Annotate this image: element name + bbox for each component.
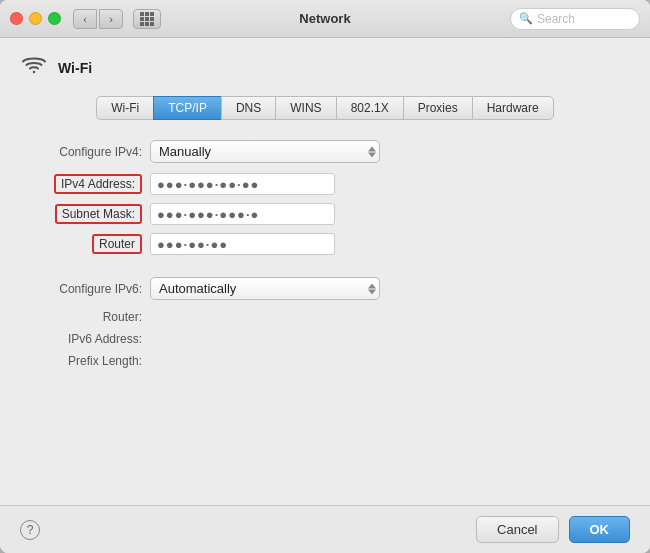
grid-icon — [140, 12, 154, 26]
cancel-button[interactable]: Cancel — [476, 516, 558, 543]
tab-tcpip[interactable]: TCP/IP — [153, 96, 221, 120]
search-icon: 🔍 — [519, 12, 533, 25]
forward-button[interactable]: › — [99, 9, 123, 29]
ok-button[interactable]: OK — [569, 516, 631, 543]
router-row: Router — [20, 233, 630, 255]
main-content: Wi-Fi Wi-Fi TCP/IP DNS WINS 802.1X Proxi… — [0, 38, 650, 505]
footer: ? Cancel OK — [0, 505, 650, 553]
configure-ipv6-select[interactable]: Automatically Manually Off — [150, 277, 380, 300]
form-section: Configure IPv4: Manually Using DHCP Usin… — [20, 140, 630, 489]
configure-ipv4-select-wrapper: Manually Using DHCP Using DHCP with manu… — [150, 140, 380, 163]
router-ipv6-row: Router: — [20, 310, 630, 324]
wifi-label: Wi-Fi — [58, 60, 92, 76]
ipv4-address-row: IPv4 Address: — [20, 173, 630, 195]
search-box[interactable]: 🔍 Search — [510, 8, 640, 30]
configure-ipv4-label: Configure IPv4: — [20, 145, 150, 159]
maximize-button[interactable] — [48, 12, 61, 25]
subnet-mask-row: Subnet Mask: — [20, 203, 630, 225]
grid-view-button[interactable] — [133, 9, 161, 29]
wifi-header: Wi-Fi — [20, 54, 630, 82]
tab-hardware[interactable]: Hardware — [472, 96, 554, 120]
titlebar: ‹ › Network 🔍 Search — [0, 0, 650, 38]
tab-dns[interactable]: DNS — [221, 96, 275, 120]
ipv6-address-label: IPv6 Address: — [20, 332, 150, 346]
configure-ipv6-row: Configure IPv6: Automatically Manually O… — [20, 277, 630, 300]
ipv6-address-row: IPv6 Address: — [20, 332, 630, 346]
configure-ipv4-row: Configure IPv4: Manually Using DHCP Usin… — [20, 140, 630, 163]
minimize-button[interactable] — [29, 12, 42, 25]
prefix-length-label: Prefix Length: — [20, 354, 150, 368]
configure-ipv6-label: Configure IPv6: — [20, 282, 150, 296]
router-input[interactable] — [150, 233, 335, 255]
window-title: Network — [299, 11, 350, 26]
subnet-mask-label-wrapper: Subnet Mask: — [20, 204, 150, 224]
close-button[interactable] — [10, 12, 23, 25]
ipv4-address-input[interactable] — [150, 173, 335, 195]
router-ipv6-label: Router: — [20, 310, 150, 324]
subnet-mask-input[interactable] — [150, 203, 335, 225]
traffic-lights — [10, 12, 61, 25]
wifi-icon — [20, 54, 48, 82]
search-placeholder: Search — [537, 12, 575, 26]
ipv4-address-label: IPv4 Address: — [54, 174, 142, 194]
help-button[interactable]: ? — [20, 520, 40, 540]
router-label-wrapper: Router — [20, 234, 150, 254]
nav-buttons: ‹ › — [73, 9, 123, 29]
footer-buttons: Cancel OK — [476, 516, 630, 543]
prefix-length-row: Prefix Length: — [20, 354, 630, 368]
network-window: ‹ › Network 🔍 Search — [0, 0, 650, 553]
tab-8021x[interactable]: 802.1X — [336, 96, 403, 120]
configure-ipv6-select-wrapper: Automatically Manually Off — [150, 277, 380, 300]
tab-proxies[interactable]: Proxies — [403, 96, 472, 120]
tab-wifi[interactable]: Wi-Fi — [96, 96, 153, 120]
configure-ipv4-select[interactable]: Manually Using DHCP Using DHCP with manu… — [150, 140, 380, 163]
tab-wins[interactable]: WINS — [275, 96, 335, 120]
router-label: Router — [92, 234, 142, 254]
ipv4-address-label-wrapper: IPv4 Address: — [20, 174, 150, 194]
back-button[interactable]: ‹ — [73, 9, 97, 29]
subnet-mask-label: Subnet Mask: — [55, 204, 142, 224]
tab-bar: Wi-Fi TCP/IP DNS WINS 802.1X Proxies Har… — [20, 96, 630, 120]
